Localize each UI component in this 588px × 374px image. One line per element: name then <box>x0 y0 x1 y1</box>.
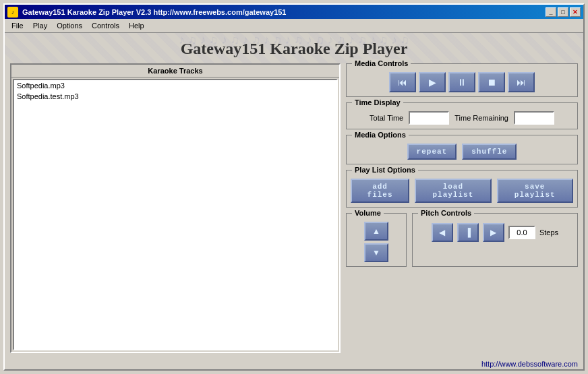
pause-button[interactable]: ⏸ <box>448 72 475 92</box>
window-controls: _ □ ✕ <box>546 7 581 17</box>
bottom-row: Volume ▲ ▼ Pitch Controls ◀ ▐ ▶ <box>346 213 578 267</box>
pitch-down-button[interactable]: ◀ <box>432 223 453 242</box>
title-bar: ♪ Gateway151 Karaoke Zip Player V2.3 htt… <box>5 5 583 19</box>
add-files-button[interactable]: add files <box>351 179 409 203</box>
menu-bar: File Play Options Controls Help <box>5 19 583 33</box>
volume-controls: ▲ ▼ <box>351 219 402 262</box>
time-display-group: Time Display Total Time Time Remaining <box>346 102 578 129</box>
playlist-options-row: add files load playlist save playlist <box>351 176 573 203</box>
pitch-controls-row: ◀ ▐ ▶ Steps <box>417 219 573 242</box>
track-panel-header: Karaoke Tracks <box>11 65 339 77</box>
volume-down-button[interactable]: ▼ <box>364 243 388 262</box>
app-title: Gateway151 Karaoke Zip Player <box>5 33 583 63</box>
main-window: ♪ Gateway151 Karaoke Zip Player V2.3 htt… <box>3 3 585 371</box>
title-bar-title: ♪ Gateway151 Karaoke Zip Player V2.3 htt… <box>7 7 286 18</box>
total-time-label: Total Time <box>370 114 403 122</box>
track-panel: Karaoke Tracks Softpedia.mp3 Softpedia.t… <box>10 63 341 353</box>
menu-play[interactable]: Play <box>29 20 51 31</box>
track-item-0[interactable]: Softpedia.mp3 <box>14 80 336 91</box>
next-button[interactable]: ⏭ <box>508 72 535 92</box>
menu-options[interactable]: Options <box>53 20 86 31</box>
time-remaining-label: Time Remaining <box>454 114 508 122</box>
media-options-row: repeat shuffle <box>351 141 573 160</box>
save-playlist-button[interactable]: save playlist <box>497 179 573 203</box>
app-icon: ♪ <box>7 7 18 18</box>
volume-up-button[interactable]: ▲ <box>364 222 388 241</box>
pitch-controls-label: Pitch Controls <box>418 209 474 217</box>
time-remaining-field[interactable] <box>514 111 554 125</box>
shuffle-button[interactable]: shuffle <box>462 144 517 160</box>
playlist-options-group: Play List Options add files load playlis… <box>346 170 578 208</box>
time-display-row: Total Time Time Remaining <box>351 108 573 125</box>
menu-file[interactable]: File <box>7 20 28 31</box>
media-controls-group: Media Controls ⏮ ▶ ⏸ ⏹ ⏭ <box>346 63 578 97</box>
menu-controls[interactable]: Controls <box>88 20 123 31</box>
media-controls-row: ⏮ ▶ ⏸ ⏹ ⏭ <box>351 69 573 92</box>
maximize-button[interactable]: □ <box>558 7 568 17</box>
total-time-field[interactable] <box>409 111 449 125</box>
prev-button[interactable]: ⏮ <box>389 72 416 92</box>
media-options-label: Media Options <box>352 131 409 139</box>
footer-url: http://www.debssoftware.com <box>5 359 583 369</box>
track-item-1[interactable]: Softpedia.test.mp3 <box>14 91 336 102</box>
main-content: Karaoke Tracks Softpedia.mp3 Softpedia.t… <box>5 63 583 359</box>
steps-label: Steps <box>539 228 558 237</box>
pitch-value-field[interactable] <box>508 226 535 239</box>
pitch-up-button[interactable]: ▶ <box>483 223 504 242</box>
media-options-group: Media Options repeat shuffle <box>346 135 578 164</box>
track-list[interactable]: Softpedia.mp3 Softpedia.test.mp3 <box>13 79 338 350</box>
menu-help[interactable]: Help <box>125 20 148 31</box>
media-controls-label: Media Controls <box>352 59 411 67</box>
pitch-center-button[interactable]: ▐ <box>457 223 479 242</box>
load-playlist-button[interactable]: load playlist <box>415 179 491 203</box>
time-display-label: Time Display <box>352 98 403 106</box>
stop-button[interactable]: ⏹ <box>478 72 505 92</box>
play-button[interactable]: ▶ <box>419 72 446 92</box>
close-button[interactable]: ✕ <box>570 7 581 17</box>
pitch-controls-group: Pitch Controls ◀ ▐ ▶ Steps <box>412 213 578 267</box>
right-panel: Media Controls ⏮ ▶ ⏸ ⏹ ⏭ Time Display To… <box>346 63 578 353</box>
playlist-options-label: Play List Options <box>352 166 418 174</box>
volume-group: Volume ▲ ▼ <box>346 213 407 267</box>
window-title: Gateway151 Karaoke Zip Player V2.3 http:… <box>22 8 286 16</box>
minimize-button[interactable]: _ <box>546 7 556 17</box>
repeat-button[interactable]: repeat <box>407 144 457 160</box>
volume-label: Volume <box>352 209 384 217</box>
